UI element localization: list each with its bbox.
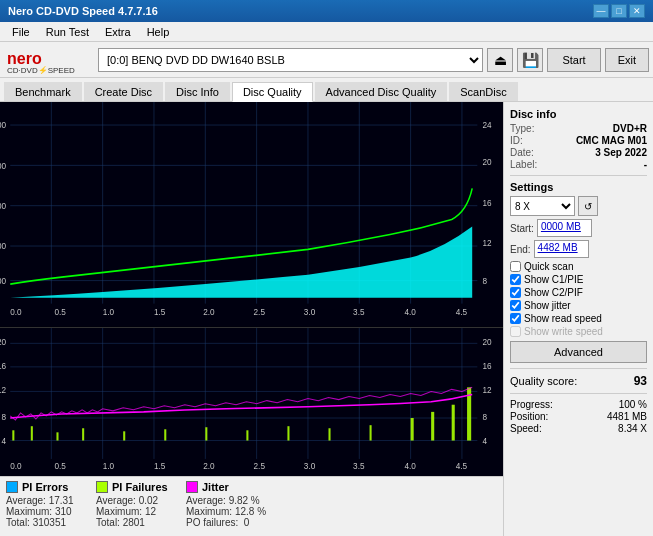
jitter-group: Jitter Average: 9.82 % Maximum: 12.8 % P… — [186, 481, 266, 532]
minimize-button[interactable]: — — [593, 4, 609, 18]
svg-text:3.0: 3.0 — [304, 307, 316, 318]
menu-help[interactable]: Help — [139, 24, 178, 40]
advanced-button[interactable]: Advanced — [510, 341, 647, 363]
menu-file[interactable]: File — [4, 24, 38, 40]
svg-text:3.5: 3.5 — [353, 307, 365, 318]
menu-run-test[interactable]: Run Test — [38, 24, 97, 40]
pi-errors-maximum: Maximum: 310 — [6, 506, 86, 517]
position-value: 4481 MB — [607, 411, 647, 422]
svg-text:500: 500 — [0, 120, 6, 131]
show-jitter-checkbox[interactable] — [510, 300, 521, 311]
drive-selector[interactable]: [0:0] BENQ DVD DD DW1640 BSLB — [98, 48, 483, 72]
svg-text:200: 200 — [0, 241, 6, 252]
jitter-maximum: Maximum: 12.8 % — [186, 506, 266, 517]
quality-score-row: Quality score: 93 — [510, 374, 647, 388]
tab-advanced-disc-quality[interactable]: Advanced Disc Quality — [315, 82, 448, 101]
quality-score-value: 93 — [634, 374, 647, 388]
tab-disc-quality[interactable]: Disc Quality — [232, 82, 313, 102]
speed-selector[interactable]: 8 X Max 2 X 4 X 12 X 16 X — [510, 196, 575, 216]
tab-scandisc[interactable]: ScanDisc — [449, 82, 517, 101]
jitter-average: Average: 9.82 % — [186, 495, 266, 506]
stats-bar: PI Errors Average: 17.31 Maximum: 310 To… — [0, 476, 503, 536]
divider-1 — [510, 175, 647, 176]
start-value[interactable]: 0000 MB — [537, 219, 592, 237]
pi-errors-header: PI Errors — [6, 481, 86, 493]
speed-label: Speed: — [510, 423, 542, 434]
progress-value: 100 % — [619, 399, 647, 410]
quick-scan-row: Quick scan — [510, 261, 647, 272]
speed-row: 8 X Max 2 X 4 X 12 X 16 X ↺ — [510, 196, 647, 216]
svg-text:1.5: 1.5 — [154, 307, 166, 318]
svg-rect-79 — [246, 430, 248, 440]
close-button[interactable]: ✕ — [629, 4, 645, 18]
show-c1-pie-checkbox[interactable] — [510, 274, 521, 285]
svg-text:20: 20 — [482, 338, 492, 347]
maximize-button[interactable]: □ — [611, 4, 627, 18]
bottom-chart: 20 16 12 8 4 20 16 12 8 4 0.0 0.5 1.0 1.… — [0, 328, 503, 476]
svg-text:4.0: 4.0 — [404, 462, 416, 471]
svg-text:2.0: 2.0 — [203, 462, 215, 471]
app-logo: nero CD·DVD⚡SPEED — [4, 45, 94, 75]
refresh-button[interactable]: ↺ — [578, 196, 598, 216]
svg-text:nero: nero — [7, 50, 42, 67]
svg-text:20: 20 — [0, 338, 7, 347]
show-write-speed-row: Show write speed — [510, 326, 647, 337]
svg-text:4.5: 4.5 — [456, 462, 468, 471]
show-write-speed-checkbox[interactable] — [510, 326, 521, 337]
svg-text:16: 16 — [482, 362, 492, 371]
exit-button[interactable]: Exit — [605, 48, 649, 72]
disc-type-label: Type: — [510, 123, 534, 134]
nero-logo-image: nero CD·DVD⚡SPEED — [5, 46, 93, 74]
pi-errors-group: PI Errors Average: 17.31 Maximum: 310 To… — [6, 481, 86, 532]
tab-disc-info[interactable]: Disc Info — [165, 82, 230, 101]
title-bar: Nero CD-DVD Speed 4.7.7.16 — □ ✕ — [0, 0, 653, 22]
start-row: Start: 0000 MB — [510, 219, 647, 237]
quality-score-label: Quality score: — [510, 375, 577, 387]
svg-text:16: 16 — [482, 197, 491, 208]
disc-date-value: 3 Sep 2022 — [595, 147, 647, 158]
disc-info-title: Disc info — [510, 108, 647, 120]
tab-create-disc[interactable]: Create Disc — [84, 82, 163, 101]
svg-rect-82 — [370, 425, 372, 440]
show-read-speed-checkbox[interactable] — [510, 313, 521, 324]
quick-scan-label: Quick scan — [524, 261, 573, 272]
pi-failures-header: PI Failures — [96, 481, 176, 493]
show-c2-pif-checkbox[interactable] — [510, 287, 521, 298]
progress-label: Progress: — [510, 399, 553, 410]
eject-icon-button[interactable]: ⏏ — [487, 48, 513, 72]
svg-text:1.0: 1.0 — [103, 462, 115, 471]
end-value[interactable]: 4482 MB — [534, 240, 589, 258]
svg-text:0.5: 0.5 — [54, 462, 66, 471]
save-icon-button[interactable]: 💾 — [517, 48, 543, 72]
disc-label-value: - — [644, 159, 647, 170]
divider-2 — [510, 368, 647, 369]
show-jitter-row: Show jitter — [510, 300, 647, 311]
svg-rect-75 — [82, 428, 84, 440]
svg-rect-72 — [12, 430, 14, 440]
disc-date-row: Date: 3 Sep 2022 — [510, 147, 647, 158]
speed-row-progress: Speed: 8.34 X — [510, 423, 647, 434]
tab-benchmark[interactable]: Benchmark — [4, 82, 82, 101]
svg-text:16: 16 — [0, 362, 7, 371]
disc-id-value: CMC MAG M01 — [576, 135, 647, 146]
progress-section: Progress: 100 % Position: 4481 MB Speed:… — [510, 399, 647, 434]
svg-rect-73 — [31, 426, 33, 440]
svg-text:300: 300 — [0, 201, 6, 212]
window-controls: — □ ✕ — [593, 4, 645, 18]
top-chart: 500 400 300 200 100 24 20 16 12 8 0.0 0.… — [0, 102, 503, 328]
toolbar: nero CD·DVD⚡SPEED [0:0] BENQ DVD DD DW16… — [0, 42, 653, 78]
show-c1-pie-label: Show C1/PIE — [524, 274, 583, 285]
start-button[interactable]: Start — [547, 48, 600, 72]
app-title: Nero CD-DVD Speed 4.7.7.16 — [8, 5, 158, 17]
pi-failures-maximum: Maximum: 12 — [96, 506, 176, 517]
menu-extra[interactable]: Extra — [97, 24, 139, 40]
right-panel: Disc info Type: DVD+R ID: CMC MAG M01 Da… — [503, 102, 653, 536]
bottom-chart-svg: 20 16 12 8 4 20 16 12 8 4 0.0 0.5 1.0 1.… — [0, 328, 503, 476]
svg-rect-74 — [56, 432, 58, 440]
svg-text:3.5: 3.5 — [353, 462, 365, 471]
quick-scan-checkbox[interactable] — [510, 261, 521, 272]
svg-text:4: 4 — [2, 436, 7, 445]
svg-text:8: 8 — [482, 276, 487, 287]
pi-errors-total: Total: 310351 — [6, 517, 86, 528]
pi-failures-average: Average: 0.02 — [96, 495, 176, 506]
